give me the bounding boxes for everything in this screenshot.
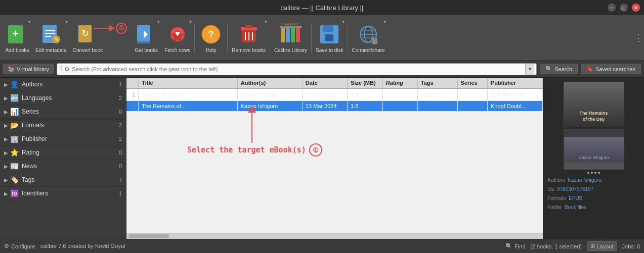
- sidebar-expand-languages: ▶: [4, 95, 8, 101]
- sidebar-item-news[interactable]: ▶ 📰 News 0: [0, 160, 126, 173]
- sidebar-expand-rating: ▶: [4, 150, 8, 156]
- scrollbar-thumb[interactable]: [128, 234, 169, 238]
- sidebar-item-languages[interactable]: ▶ 🔤 Languages 2: [0, 91, 126, 105]
- col-series[interactable]: Series: [457, 78, 487, 88]
- fetch-news-button[interactable]: ♥ Fetch news ▼: [161, 18, 193, 58]
- col-date[interactable]: Date: [302, 78, 347, 88]
- convert-book-button[interactable]: ↻ Convert book ②: [70, 18, 106, 58]
- authors-value[interactable]: Kazuo Ishiguro: [568, 177, 602, 183]
- sidebar-expand-news: ▶: [4, 164, 8, 169]
- sidebar-series-label: Series: [22, 108, 119, 115]
- calibre-library-button[interactable]: CALIBRE Calibre Library: [271, 18, 310, 58]
- configure-label: Configure: [11, 243, 35, 249]
- layout-button[interactable]: ⊞ Layout: [587, 241, 617, 251]
- find-label: Find: [514, 243, 525, 249]
- annotation-select-text: Select the target eBook(s): [187, 145, 306, 155]
- sidebar-item-series[interactable]: ▶ 📊 Series 0: [0, 105, 126, 119]
- col-size[interactable]: Size (MB): [348, 78, 383, 88]
- svg-text:✎: ✎: [54, 36, 58, 42]
- col-num[interactable]: [126, 78, 139, 88]
- sidebar-tags-label: Tags: [22, 176, 119, 183]
- sidebar-item-publisher[interactable]: ▶ 🏢 Publisher 2: [0, 132, 126, 146]
- svg-rect-36: [372, 37, 377, 44]
- table-row[interactable]: 1Never Let Me GoKazuo Ishiguro13 Mar 202…: [126, 88, 543, 101]
- sidebar-authors-label: Authors: [22, 81, 119, 88]
- connect-share-button[interactable]: Connect/share ▼: [349, 18, 388, 58]
- sidebar-item-rating[interactable]: ▶ ⭐ Rating 0: [0, 146, 126, 160]
- sidebar-item-formats[interactable]: ▶ 📂 Formats 2: [0, 119, 126, 132]
- calibre-library-label: Calibre Library: [274, 47, 307, 53]
- get-books-dropdown-icon: ▼: [156, 20, 160, 24]
- col-tags[interactable]: Tags: [417, 78, 457, 88]
- find-button[interactable]: 🔍 Find: [505, 243, 525, 249]
- sidebar-item-tags[interactable]: ▶ 🏷️ Tags 7: [0, 173, 126, 187]
- maximize-button[interactable]: □: [620, 4, 628, 12]
- edit-metadata-dropdown-icon: ▼: [65, 20, 69, 24]
- formats-value[interactable]: EPUB: [569, 195, 582, 201]
- connect-share-label: Connect/share: [352, 47, 385, 53]
- search-input[interactable]: [72, 66, 525, 72]
- toolbar-separator-2: [227, 23, 228, 53]
- table-row[interactable]: 2The Remains of...Kazuo Ishiguro13 Mar 2…: [126, 101, 543, 112]
- search-button[interactable]: 🔍 Search: [540, 64, 578, 74]
- author-name-cover: Kazuo Ishiguro: [578, 155, 609, 160]
- remove-books-icon: [237, 22, 261, 46]
- cell-authors: Kazuo Ishiguro: [237, 101, 302, 112]
- col-rating[interactable]: Rating: [382, 78, 417, 88]
- toolbar-more-button[interactable]: ⋮: [634, 32, 642, 43]
- search-input-wrap: T ⚙ ▼: [57, 63, 537, 75]
- annotation-text-wrap: Select the target eBook(s) ①: [187, 143, 322, 157]
- svg-rect-12: [137, 41, 150, 43]
- add-books-button[interactable]: + Add books ▼: [2, 18, 32, 58]
- cell-publisher: Knopf Doubl...: [487, 101, 542, 112]
- close-button[interactable]: ✕: [632, 4, 640, 12]
- cell-authors: Kazuo Ishiguro: [237, 88, 302, 101]
- svg-text:?: ?: [208, 29, 214, 39]
- book-table[interactable]: Title Author(s) Date Size (MB) Rating Ta…: [126, 78, 543, 233]
- sidebar-languages-label: Languages: [22, 94, 119, 102]
- cell-num: 1: [126, 88, 139, 101]
- sidebar-identifiers-icon: 🆔: [10, 189, 19, 197]
- convert-book-icon: ↻: [75, 22, 100, 46]
- col-authors[interactable]: Author(s): [237, 78, 302, 88]
- authors-label: Authors: [547, 177, 565, 183]
- help-button[interactable]: ? Help: [196, 18, 226, 58]
- get-books-button[interactable]: Get books ▼: [131, 18, 161, 58]
- sidebar-publisher-count: 2: [119, 136, 122, 142]
- svg-rect-30: [325, 34, 333, 41]
- sidebar-rating-icon: ⭐: [10, 148, 19, 157]
- detail-dots: [587, 172, 600, 174]
- svg-rect-25: [296, 27, 300, 42]
- col-title[interactable]: Title: [139, 78, 238, 88]
- search-dropdown-button[interactable]: ▼: [525, 64, 534, 75]
- sidebar-item-identifiers[interactable]: ▶ 🆔 Identifiers 1: [0, 187, 126, 200]
- book-cover-bottom: Kazuo Ishiguro: [564, 129, 624, 170]
- connect-share-dropdown-icon: ▼: [383, 20, 387, 24]
- titlebar-title: calibre — || Calibre Library ||: [281, 4, 364, 12]
- add-books-label: Add books: [5, 47, 29, 53]
- remove-books-button[interactable]: Remove books ▼: [229, 18, 269, 58]
- sidebar-news-label: News: [22, 163, 119, 170]
- toolbar-separator-1: [194, 23, 195, 53]
- sidebar-item-authors[interactable]: ▶ 👤 Authors 1: [0, 78, 126, 91]
- sidebar-identifiers-count: 1: [119, 190, 122, 196]
- svg-rect-22: [281, 27, 285, 42]
- version-text: calibre 7.6 created by Kovid Goyal: [40, 243, 125, 249]
- virtual-library-button[interactable]: 📚 Virtual library: [3, 64, 54, 74]
- search-gear-icon[interactable]: ⚙: [64, 66, 70, 73]
- edit-metadata-button[interactable]: ✎ Edit metadata ▼: [32, 18, 70, 58]
- horizontal-scrollbar[interactable]: [126, 233, 543, 239]
- cell-rating: [382, 88, 417, 101]
- toolbar-separator-3: [270, 23, 270, 53]
- saved-searches-button[interactable]: 🔖 Saved searches: [581, 64, 641, 74]
- sidebar-expand-authors: ▶: [4, 82, 8, 87]
- folder-value[interactable]: Book files: [565, 205, 586, 210]
- configure-button[interactable]: ⚙ Configure: [4, 243, 35, 249]
- ids-value[interactable]: 9780307576187: [557, 186, 593, 192]
- minimize-button[interactable]: ─: [608, 4, 616, 12]
- col-publisher[interactable]: Publisher: [487, 78, 542, 88]
- annotation-circle-1: ①: [309, 143, 322, 157]
- sidebar-languages-count: 2: [119, 95, 122, 101]
- save-to-disk-button[interactable]: Save to disk ▼: [313, 18, 346, 58]
- cell-num: 2: [126, 101, 139, 112]
